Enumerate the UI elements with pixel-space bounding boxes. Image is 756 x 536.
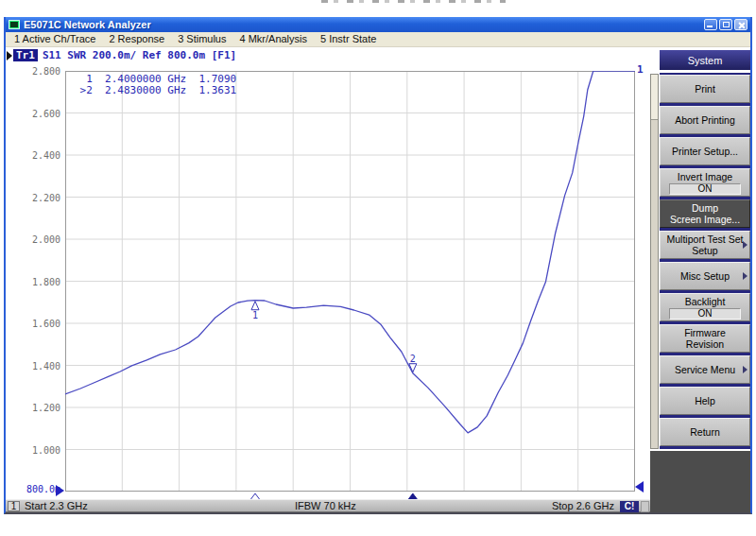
softkey-label: Print xyxy=(695,83,715,95)
reference-level-label: 800.0m xyxy=(11,484,60,494)
minimize-button[interactable] xyxy=(704,19,717,30)
softkey-sidebar: System PrintAbort PrintingPrinter Setup.… xyxy=(650,47,750,512)
softkey-abort-printing[interactable]: Abort Printing xyxy=(660,106,750,134)
menu-bar: 1 Active Ch/Trace2 Response3 Stimulus4 M… xyxy=(6,32,750,47)
softkey-help[interactable]: Help xyxy=(660,387,750,415)
y-axis-labels: 2.8002.6002.4002.2002.0001.8001.6001.400… xyxy=(11,47,60,512)
softkey-firmware-revision[interactable]: FirmwareRevision xyxy=(660,324,750,353)
softkey-label: Return xyxy=(690,426,720,438)
softkey-state-indicator: ON xyxy=(669,183,741,195)
menu-item-2[interactable]: 2 Response xyxy=(102,32,171,46)
softkey-label: Firmware xyxy=(684,327,726,338)
channel-number-box: 1 xyxy=(8,501,20,511)
y-tick-label: 2.600 xyxy=(11,109,60,119)
softkey-label: Backlight xyxy=(685,296,726,307)
menu-item-3[interactable]: 3 Stimulus xyxy=(171,32,232,46)
window-title: E5071C Network Analyzer xyxy=(24,18,704,31)
y-tick-label: 1.600 xyxy=(11,319,60,329)
ifbw-label: IFBW 70 kHz xyxy=(295,500,356,512)
y-tick-label: 2.000 xyxy=(11,234,60,245)
restore-button[interactable] xyxy=(719,19,732,30)
status-spacer-box xyxy=(641,501,649,512)
softkey-print[interactable]: Print xyxy=(660,75,750,103)
app-icon xyxy=(9,20,20,29)
minimize-icon xyxy=(707,26,713,27)
y-tick-label: 2.200 xyxy=(11,193,60,203)
cropped-caption-fragment xyxy=(321,0,506,3)
softkey-label: Dump xyxy=(692,202,718,214)
softkey-label: Misc Setup xyxy=(680,270,730,282)
marker-readout-line-2: >2 2.4830000 GHz 1.3631 xyxy=(74,84,236,96)
softkey-label: Multiport Test Set xyxy=(667,233,744,245)
status-bar: 1 Start 2.3 GHz IFBW 70 kHz Stop 2.6 GHz… xyxy=(6,499,650,512)
cal-status-badge: C! xyxy=(620,501,639,512)
softkey-label: Printer Setup... xyxy=(672,146,738,157)
softkey-service-menu[interactable]: Service Menu xyxy=(660,355,750,384)
softkey-label: Abort Printing xyxy=(675,114,735,126)
app-window: E5071C Network Analyzer 1 Active Ch/Trac… xyxy=(4,17,752,514)
submenu-arrow-icon xyxy=(743,366,747,373)
trace-description: S11 SWR 200.0m/ Ref 800.0m [F1] xyxy=(43,49,236,61)
softkey-label: Service Menu xyxy=(675,364,735,375)
softkey-multiport-test-set-setup[interactable]: Multiport Test SetSetup xyxy=(660,231,750,259)
restore-icon xyxy=(723,22,730,27)
reference-level-pointer-left-icon[interactable] xyxy=(56,485,64,496)
sidebar-scrollbar[interactable] xyxy=(650,74,659,449)
page: E5071C Network Analyzer 1 Active Ch/Trac… xyxy=(0,0,756,536)
sidebar-empty-area xyxy=(650,451,750,512)
start-frequency-label: Start 2.3 GHz xyxy=(25,500,88,512)
softkey-misc-setup[interactable]: Misc Setup xyxy=(660,262,750,290)
menu-item-1[interactable]: 1 Active Ch/Trace xyxy=(8,32,102,46)
softkey-printer-setup[interactable]: Printer Setup... xyxy=(660,137,750,165)
softkey-button-stack: PrintAbort PrintingPrinter Setup...Inver… xyxy=(660,73,750,449)
scrollbar-thumb[interactable] xyxy=(651,75,658,120)
marker-readout: 1 2.4000000 GHz 1.7090 >2 2.4830000 GHz … xyxy=(74,74,236,95)
softkey-label: Invert Image xyxy=(678,171,732,182)
y-tick-label: 2.400 xyxy=(11,150,60,161)
graticule-plot: 12 xyxy=(65,71,635,504)
softkey-invert-image[interactable]: Invert ImageON xyxy=(660,168,750,197)
trace-number-right-edge: 1 xyxy=(637,63,644,76)
y-tick-label: 2.800 xyxy=(11,66,60,77)
y-tick-label: 1.400 xyxy=(11,361,60,372)
menu-item-4[interactable]: 4 Mkr/Analysis xyxy=(232,32,314,46)
softkey-label: Revision xyxy=(686,338,724,350)
softkey-menu-header: System xyxy=(660,50,750,70)
y-tick-label: 1.800 xyxy=(11,277,60,287)
instrument-screen: Tr1 S11 SWR 200.0m/ Ref 800.0m [F1] 1 2.… xyxy=(6,47,750,512)
softkey-return[interactable]: Return xyxy=(660,418,750,446)
softkey-label: Setup xyxy=(692,245,717,256)
submenu-arrow-icon xyxy=(743,272,747,280)
softkey-dump-screen-image[interactable]: DumpScreen Image... xyxy=(660,199,750,228)
softkey-backlight[interactable]: BacklightON xyxy=(660,293,750,321)
menu-item-5[interactable]: 5 Instr State xyxy=(314,32,383,46)
y-tick-label: 1.000 xyxy=(11,445,60,456)
marker-1-symbol-icon[interactable] xyxy=(251,302,259,310)
softkey-label: Screen Image... xyxy=(670,214,740,225)
marker-2-number: 2 xyxy=(410,354,416,364)
marker-1-number: 1 xyxy=(252,310,258,320)
softkey-state-indicator: ON xyxy=(669,308,741,320)
softkey-label: Help xyxy=(695,395,715,406)
reference-level-pointer-right-icon xyxy=(635,481,644,493)
title-bar[interactable]: E5071C Network Analyzer xyxy=(6,17,750,32)
stop-frequency-label: Stop 2.6 GHz xyxy=(531,500,614,512)
close-button[interactable] xyxy=(734,19,747,30)
y-tick-label: 1.200 xyxy=(11,403,60,413)
submenu-arrow-icon xyxy=(743,241,747,249)
